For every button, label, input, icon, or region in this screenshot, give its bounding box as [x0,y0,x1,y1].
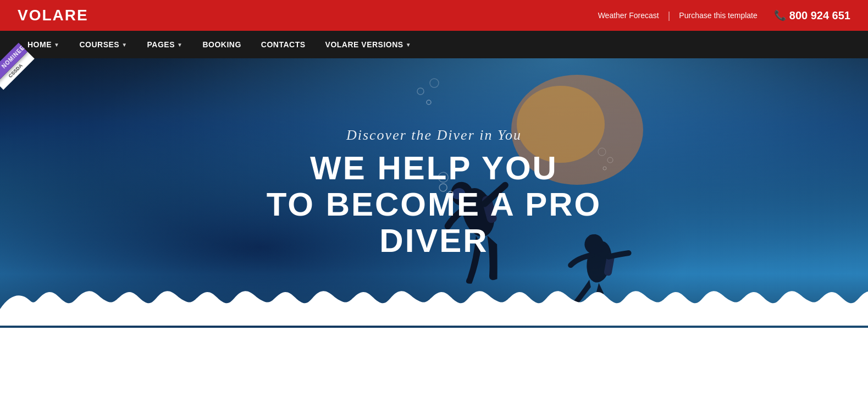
top-right-links: Weather Forecast | Purchase this templat… [590,9,850,22]
nav-item-contacts[interactable]: CONTACTS [251,31,316,58]
site-logo: VOLARE [18,7,89,24]
home-dropdown-arrow: ▼ [54,42,59,48]
nav-item-courses[interactable]: COURSES ▼ [69,31,137,58]
weather-forecast-link[interactable]: Weather Forecast [590,11,667,20]
purchase-template-link[interactable]: Purchase this template [671,11,765,20]
phone-number: 800 924 651 [789,9,850,22]
nav-item-booking[interactable]: BOOKING [192,31,251,58]
hero-section: Discover the Diver in You WE HELP YOU TO… [0,58,868,328]
hero-content: Discover the Diver in You WE HELP YOU TO… [217,127,651,259]
top-divider: | [668,10,671,21]
hero-title: WE HELP YOU TO BECOME A PRO DIVER [217,150,651,259]
volare-dropdown-arrow: ▼ [406,42,411,48]
phone-block: 📞 800 924 651 [774,9,850,22]
hero-title-line1: WE HELP YOU [217,150,651,186]
nav-item-volare-versions[interactable]: VOLARE VERSIONS ▼ [316,31,422,58]
wave-decoration [0,287,868,328]
pages-dropdown-arrow: ▼ [177,42,183,48]
phone-icon: 📞 [774,9,786,21]
top-bar: VOLARE Weather Forecast | Purchase this … [0,0,868,31]
nav-item-pages[interactable]: PAGES ▼ [137,31,193,58]
below-section [0,328,868,396]
hero-subtitle: Discover the Diver in You [217,127,651,144]
courses-dropdown-arrow: ▼ [121,42,127,48]
main-nav: HOME ▼ COURSES ▼ PAGES ▼ BOOKING CONTACT… [0,31,868,58]
hero-title-line2: TO BECOME A PRO DIVER [217,186,651,259]
